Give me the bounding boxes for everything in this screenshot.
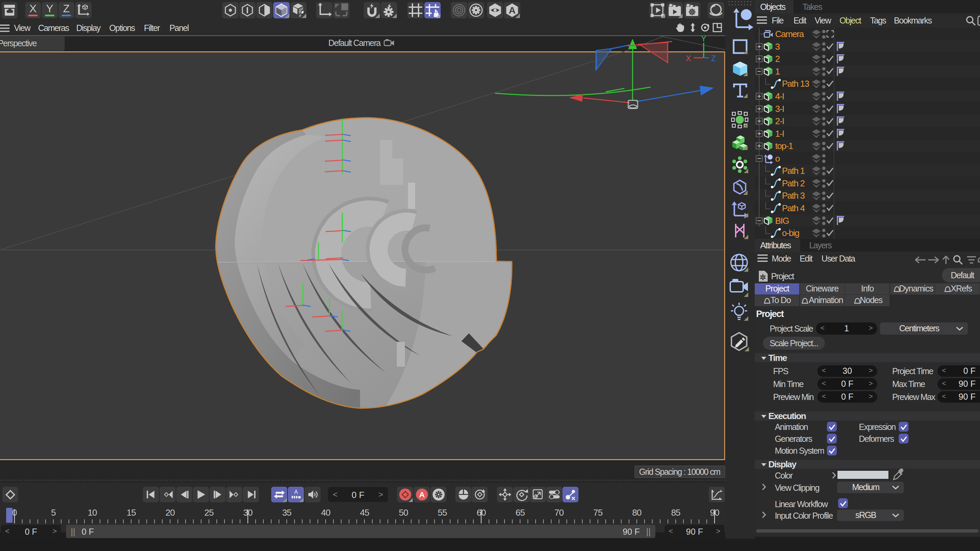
svg-text:Dynamics: Dynamics <box>899 284 933 293</box>
svg-text:Path 13: Path 13 <box>782 79 809 89</box>
svg-text:1: 1 <box>775 66 780 76</box>
svg-text:5: 5 <box>51 508 56 518</box>
svg-text:15: 15 <box>127 508 136 518</box>
svg-text:50: 50 <box>399 508 408 518</box>
svg-text:Camera: Camera <box>775 29 804 39</box>
svg-text:Path 2: Path 2 <box>782 178 805 189</box>
svg-text:top-1: top-1 <box>775 141 793 151</box>
svg-text:XRefs: XRefs <box>951 284 972 293</box>
svg-text:55: 55 <box>438 508 447 518</box>
svg-text:o-big: o-big <box>782 228 799 238</box>
svg-text:Info: Info <box>861 284 874 293</box>
svg-text:Path 1: Path 1 <box>782 166 805 176</box>
svg-text:85: 85 <box>671 508 680 518</box>
svg-text:45: 45 <box>360 508 369 518</box>
svg-text:X: X <box>686 54 691 63</box>
svg-text:o: o <box>775 153 780 164</box>
svg-text:75: 75 <box>593 508 603 518</box>
svg-text:10: 10 <box>88 508 97 518</box>
svg-text:Y: Y <box>701 34 706 43</box>
svg-text:2: 2 <box>775 54 780 64</box>
svg-text:Animation: Animation <box>809 295 843 305</box>
svg-text:40: 40 <box>321 508 330 518</box>
svg-text:Path 3: Path 3 <box>782 191 805 201</box>
svg-text:3: 3 <box>775 41 780 52</box>
svg-text:4-I: 4-I <box>775 91 784 102</box>
svg-text:Y: Y <box>46 2 53 14</box>
svg-text:BIG: BIG <box>775 216 789 226</box>
svg-text:A: A <box>294 489 298 495</box>
svg-text:80: 80 <box>632 508 641 518</box>
svg-text:Z: Z <box>711 54 716 63</box>
svg-text:Z: Z <box>63 2 70 14</box>
svg-text:20: 20 <box>165 508 175 518</box>
svg-text:2-I: 2-I <box>775 116 784 126</box>
svg-text:3-I: 3-I <box>775 104 784 114</box>
svg-text:X: X <box>29 2 37 14</box>
svg-text:Project: Project <box>765 284 789 293</box>
svg-text:35: 35 <box>282 508 291 518</box>
svg-text:25: 25 <box>205 508 214 518</box>
svg-text:Nodes: Nodes <box>860 295 883 305</box>
svg-text:To Do: To Do <box>770 295 791 305</box>
svg-text:70: 70 <box>554 508 563 518</box>
svg-text:1-I: 1-I <box>775 129 784 139</box>
svg-text:Path 4: Path 4 <box>782 203 805 213</box>
svg-text:A: A <box>419 490 425 499</box>
svg-text:Cineware: Cineware <box>806 284 838 293</box>
svg-text:65: 65 <box>515 508 525 518</box>
svg-text:A: A <box>509 5 515 16</box>
